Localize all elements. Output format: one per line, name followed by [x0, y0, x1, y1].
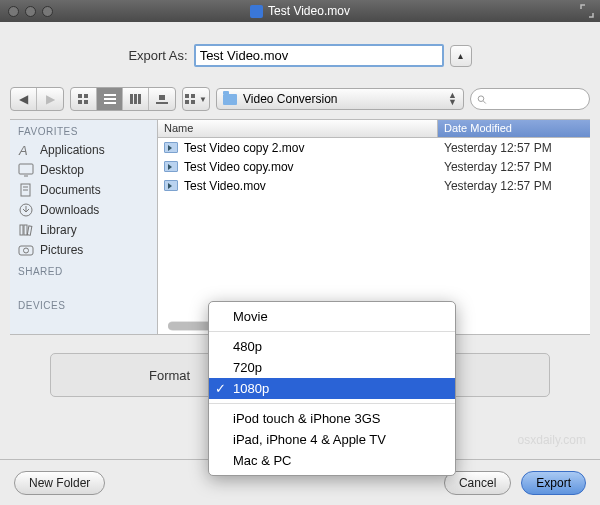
export-filename-input[interactable]	[194, 44, 444, 67]
format-option-macpc[interactable]: Mac & PC	[209, 450, 455, 471]
format-option-480p[interactable]: 480p	[209, 336, 455, 357]
view-list-button[interactable]	[97, 88, 123, 110]
export-button[interactable]: Export	[521, 471, 586, 495]
updown-icon: ▲▼	[448, 92, 457, 106]
search-icon	[477, 94, 487, 105]
folder-icon	[223, 94, 237, 105]
export-as-row: Export As: ▴	[10, 30, 590, 83]
documents-icon	[18, 183, 34, 197]
file-name: Test Video copy 2.mov	[184, 141, 305, 155]
minimize-window-icon[interactable]	[25, 6, 36, 17]
new-folder-button[interactable]: New Folder	[14, 471, 105, 495]
format-option-movie[interactable]: Movie	[209, 306, 455, 327]
format-option-label: 1080p	[233, 381, 269, 396]
window-titlebar: Test Video.mov	[0, 0, 600, 22]
file-row[interactable]: Test Video copy 2.mov Yesterday 12:57 PM	[158, 138, 590, 157]
format-option-720p[interactable]: 720p	[209, 357, 455, 378]
format-option-1080p[interactable]: ✓1080p	[209, 378, 455, 399]
sidebar-item-label: Documents	[40, 183, 101, 197]
search-input[interactable]	[491, 92, 583, 106]
svg-rect-15	[191, 100, 195, 104]
arrange-menu[interactable]: ▼	[182, 87, 210, 111]
sidebar-section-favorites: FAVORITES	[10, 120, 157, 140]
file-row[interactable]: Test Video copy.mov Yesterday 12:57 PM	[158, 157, 590, 176]
library-icon	[18, 223, 34, 237]
nav-forward-button[interactable]: ▶	[37, 88, 63, 110]
column-headers: Name Date Modified	[158, 120, 590, 138]
checkmark-icon: ✓	[215, 381, 226, 396]
pictures-icon	[18, 243, 34, 257]
svg-rect-6	[104, 102, 116, 104]
file-name: Test Video.mov	[184, 179, 266, 193]
view-columns-button[interactable]	[123, 88, 149, 110]
svg-rect-14	[185, 100, 189, 104]
dropdown-separator	[209, 403, 455, 404]
svg-rect-25	[20, 225, 23, 235]
file-row[interactable]: Test Video.mov Yesterday 12:57 PM	[158, 176, 590, 195]
sidebar-item-documents[interactable]: Documents	[10, 180, 157, 200]
view-icons-button[interactable]	[71, 88, 97, 110]
dropdown-separator	[209, 331, 455, 332]
sidebar-item-applications[interactable]: AApplications	[10, 140, 157, 160]
svg-rect-0	[78, 94, 82, 98]
column-name[interactable]: Name	[158, 120, 438, 137]
file-date: Yesterday 12:57 PM	[438, 179, 590, 193]
svg-rect-7	[130, 94, 133, 104]
sidebar-section-devices: DEVICES	[10, 294, 157, 314]
sidebar-item-label: Desktop	[40, 163, 84, 177]
downloads-icon	[18, 203, 34, 217]
sidebar-item-pictures[interactable]: Pictures	[10, 240, 157, 260]
format-option-ipod[interactable]: iPod touch & iPhone 3GS	[209, 408, 455, 429]
movie-file-icon	[164, 180, 178, 191]
svg-rect-11	[156, 102, 168, 104]
svg-rect-2	[78, 100, 82, 104]
file-date: Yesterday 12:57 PM	[438, 141, 590, 155]
movie-file-icon	[164, 161, 178, 172]
svg-rect-4	[104, 94, 116, 96]
collapse-toggle-button[interactable]: ▴	[450, 45, 472, 67]
browser-toolbar: ◀ ▶ ▼ Video Conversion ▲▼	[10, 83, 590, 120]
file-name: Test Video copy.mov	[184, 160, 294, 174]
sidebar-item-label: Applications	[40, 143, 105, 157]
sidebar-item-label: Downloads	[40, 203, 99, 217]
location-label: Video Conversion	[243, 92, 338, 106]
close-window-icon[interactable]	[8, 6, 19, 17]
fullscreen-icon[interactable]	[580, 4, 594, 18]
search-field[interactable]	[470, 88, 590, 110]
svg-rect-12	[185, 94, 189, 98]
sidebar-section-shared: SHARED	[10, 260, 157, 280]
sidebar-item-library[interactable]: Library	[10, 220, 157, 240]
sidebar-item-desktop[interactable]: Desktop	[10, 160, 157, 180]
svg-text:A: A	[18, 143, 28, 157]
arrange-button[interactable]: ▼	[183, 88, 209, 110]
applications-icon: A	[18, 143, 34, 157]
sidebar-item-downloads[interactable]: Downloads	[10, 200, 157, 220]
svg-rect-26	[24, 225, 27, 235]
file-date: Yesterday 12:57 PM	[438, 160, 590, 174]
svg-rect-3	[84, 100, 88, 104]
nav-back-button[interactable]: ◀	[11, 88, 37, 110]
format-dropdown: Movie 480p 720p ✓1080p iPod touch & iPho…	[208, 301, 456, 476]
nav-back-forward: ◀ ▶	[10, 87, 64, 111]
zoom-window-icon[interactable]	[42, 6, 53, 17]
column-date-modified[interactable]: Date Modified	[438, 120, 590, 137]
format-option-ipad[interactable]: iPad, iPhone 4 & Apple TV	[209, 429, 455, 450]
sidebar-item-label: Library	[40, 223, 77, 237]
svg-rect-5	[104, 98, 116, 100]
watermark: osxdaily.com	[518, 433, 586, 447]
svg-point-29	[24, 248, 29, 253]
svg-rect-1	[84, 94, 88, 98]
svg-rect-28	[19, 246, 33, 255]
traffic-lights	[8, 6, 53, 17]
view-coverflow-button[interactable]	[149, 88, 175, 110]
desktop-icon	[18, 163, 34, 177]
export-as-label: Export As:	[128, 48, 187, 63]
format-label: Format	[149, 368, 190, 383]
svg-rect-27	[27, 226, 32, 235]
window-title: Test Video.mov	[268, 4, 350, 18]
quicktime-file-icon	[250, 5, 263, 18]
movie-file-icon	[164, 142, 178, 153]
sidebar: FAVORITES AApplications Desktop Document…	[10, 120, 158, 334]
svg-rect-8	[134, 94, 137, 104]
location-popup[interactable]: Video Conversion ▲▼	[216, 88, 464, 110]
